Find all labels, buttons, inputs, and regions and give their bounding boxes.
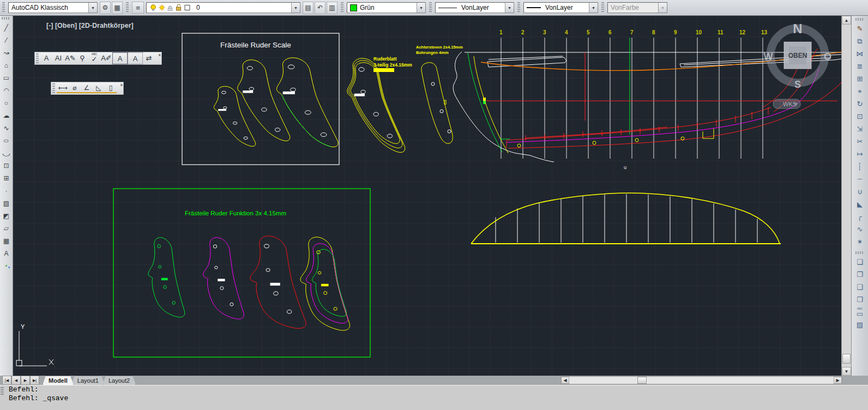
toolbar-grip[interactable]: [855, 18, 864, 21]
chevron-down-icon[interactable]: ▼: [88, 3, 97, 13]
toolbar-grip[interactable]: [601, 2, 604, 13]
make-block-icon[interactable]: ⊞: [1, 172, 11, 184]
layer-vpfreeze-icon[interactable]: [168, 6, 172, 11]
toolbar-grip[interactable]: [517, 2, 520, 13]
tab-nav-prev-icon[interactable]: ◀: [11, 376, 21, 385]
ellipse-icon[interactable]: ○: [0, 134, 14, 147]
insert-block-icon[interactable]: ⊡: [1, 159, 11, 172]
hatch-to-back-icon[interactable]: ▨: [854, 318, 865, 331]
station-number[interactable]: 2: [521, 29, 525, 35]
scroll-right-icon[interactable]: ▶: [834, 377, 842, 384]
erase-icon[interactable]: ✎: [854, 22, 865, 35]
toolbar-grip[interactable]: [341, 2, 343, 13]
tab-nav-next-icon[interactable]: ▶: [21, 376, 30, 385]
fillet-icon[interactable]: ╭: [854, 210, 865, 223]
scroll-up-icon[interactable]: ▲: [842, 16, 851, 25]
point-icon[interactable]: ·: [1, 184, 11, 197]
trim-icon[interactable]: ✂: [854, 135, 865, 148]
deck-plan-shape[interactable]: [471, 193, 781, 244]
chevron-down-icon[interactable]: ▼: [589, 3, 598, 13]
layer-combo[interactable]: 0 ▼: [146, 2, 300, 13]
viewcube-north[interactable]: N: [793, 21, 802, 36]
polygon-icon[interactable]: ⌂: [1, 59, 11, 71]
rectangle-icon[interactable]: ▭: [1, 71, 11, 84]
toolbar-grip[interactable]: [429, 2, 432, 13]
rotate-icon[interactable]: ↻: [854, 98, 865, 110]
viewcube-south[interactable]: S: [794, 79, 801, 90]
toolbar-grip[interactable]: [126, 2, 129, 13]
chevron-down-icon[interactable]: ▼: [417, 3, 425, 13]
color-combo[interactable]: Grün ▼: [347, 2, 426, 13]
find-text-icon[interactable]: ⚲: [76, 52, 88, 63]
blend-curves-icon[interactable]: ∿: [854, 223, 865, 236]
cylinder-dimension-icon[interactable]: ▯: [105, 83, 117, 93]
workspace-combo[interactable]: AutoCAD Klassisch ▼: [8, 2, 98, 13]
spell-check-icon[interactable]: ABC✓: [88, 52, 100, 63]
copy-icon[interactable]: ⧉: [854, 35, 865, 47]
layer-properties-manager-button[interactable]: ≡: [132, 2, 144, 14]
move-icon[interactable]: ⌖: [854, 85, 865, 98]
justify-text-icon[interactable]: A: [128, 52, 143, 64]
station-number[interactable]: 4: [565, 29, 568, 35]
station-number[interactable]: 13: [761, 29, 768, 35]
polyline-icon[interactable]: ↝: [1, 46, 11, 59]
radius-dimension-icon[interactable]: ⌀: [69, 83, 81, 93]
toolbar-grip[interactable]: [855, 251, 864, 254]
viewcube-face-top[interactable]: OBEN: [788, 52, 807, 59]
layer-color-swatch[interactable]: [185, 5, 190, 10]
arc-icon[interactable]: ◠: [1, 84, 11, 97]
hatch-icon[interactable]: ▨: [1, 197, 11, 209]
offset-icon[interactable]: ≣: [854, 60, 865, 73]
toolbar-grip[interactable]: [2, 2, 5, 13]
model-space-canvas[interactable]: [-] [Oben] [2D-Drahtkörper] Frästeile Ru…: [13, 16, 841, 376]
spline-icon[interactable]: ∿: [1, 122, 11, 134]
table-icon[interactable]: ▦: [1, 234, 11, 247]
ruderblatt-label-1[interactable]: Ruderblatt: [373, 56, 397, 62]
viewport-controls-label[interactable]: [-] [Oben] [2D-Drahtkörper]: [46, 22, 134, 29]
horizontal-scroll-thumb[interactable]: [637, 377, 647, 384]
tab-layout1[interactable]: Layout1: [71, 376, 105, 385]
layer-previous-icon[interactable]: ↶: [315, 2, 326, 14]
funktion-box-title[interactable]: Frästeile Ruder Funktion 3x 4.15mm: [185, 210, 286, 216]
layer-states-icon[interactable]: ▥: [327, 2, 337, 14]
toolbar-grip[interactable]: [2, 17, 10, 20]
tab-nav-last-icon[interactable]: ▶|: [30, 376, 39, 385]
convert-text-space-icon[interactable]: ⇄: [143, 52, 155, 63]
station-number[interactable]: 11: [718, 29, 724, 35]
explode-icon[interactable]: ✶: [854, 236, 865, 248]
ellipse-arc-icon[interactable]: ◡: [0, 147, 14, 159]
scale-parts-box[interactable]: Frästeile Ruder Scale: [182, 33, 339, 165]
edit-text-icon[interactable]: A✎: [64, 52, 76, 63]
join-icon[interactable]: ∪: [854, 185, 865, 198]
station-number[interactable]: 6: [608, 29, 612, 35]
chevron-down-icon[interactable]: ▼: [505, 3, 514, 13]
viewcube-east[interactable]: O: [824, 51, 831, 62]
scroll-left-icon[interactable]: ◀: [561, 377, 569, 384]
ruderblatt-part[interactable]: Ruderblatt 3-teilig 2x4.15mm: [347, 56, 413, 153]
scale-icon[interactable]: ⊡: [854, 110, 865, 123]
bring-to-front-icon[interactable]: ❏: [854, 256, 865, 268]
tab-nav-first-icon[interactable]: |◀: [2, 376, 11, 385]
tab-layout2[interactable]: Layout2: [103, 376, 136, 385]
scale-box-title[interactable]: Frästeile Ruder Scale: [220, 41, 291, 49]
station-number[interactable]: 3: [543, 29, 546, 35]
send-under-objects-icon[interactable]: ❒: [854, 293, 865, 306]
text-to-front-icon[interactable]: ABC▭: [854, 306, 865, 318]
wks-menu-button[interactable]: WKS: [773, 99, 800, 108]
layer-freeze-icon[interactable]: [159, 4, 165, 11]
layer-lock-icon[interactable]: [177, 4, 181, 10]
multiline-text-icon[interactable]: A: [1, 247, 11, 260]
toolbar-grip[interactable]: [52, 83, 55, 93]
vertical-scroll-thumb[interactable]: [842, 354, 851, 364]
scroll-down-icon[interactable]: ▼: [842, 367, 851, 376]
funktion-parts-box[interactable]: Frästeile Ruder Funktion 3x 4.15mm: [113, 189, 370, 357]
angular-dimension-icon[interactable]: ∠: [81, 83, 93, 93]
station-number[interactable]: 10: [696, 29, 702, 35]
workspace-settings-icon[interactable]: ⚙: [100, 2, 111, 14]
break-icon[interactable]: ┄: [854, 173, 865, 185]
gradient-icon[interactable]: ◩: [1, 209, 11, 222]
point-style-icon[interactable]: •: [1, 260, 11, 272]
achtersteven-label-2[interactable]: Bohrungen 4mm: [416, 50, 449, 55]
station-number[interactable]: 1: [499, 29, 503, 35]
mirror-icon[interactable]: ⋈: [854, 47, 865, 60]
